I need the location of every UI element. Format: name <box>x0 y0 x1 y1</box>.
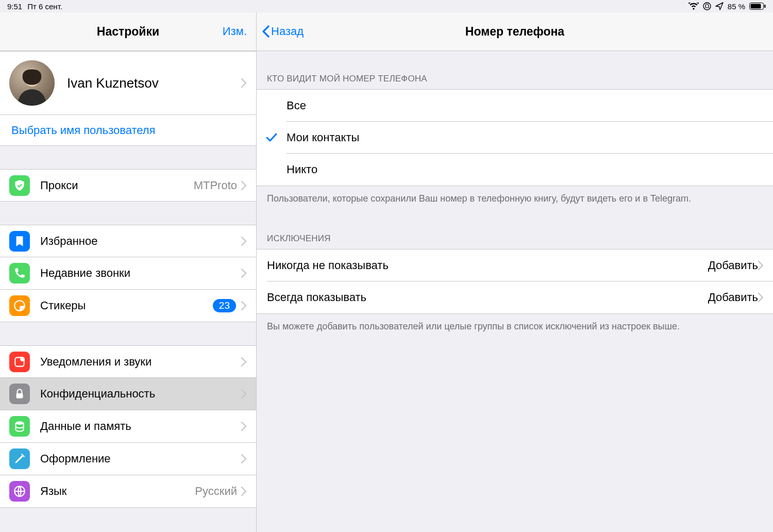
chevron-right-icon <box>241 454 247 463</box>
notifications-icon <box>9 352 30 372</box>
saved-label: Избранное <box>40 235 241 248</box>
chevron-right-icon <box>241 78 247 88</box>
privacy-row[interactable]: Конфиденциальность <box>0 378 256 410</box>
svg-rect-9 <box>16 393 23 398</box>
status-bar: 9:51 Пт 6 сент. 85 % <box>0 0 773 12</box>
chevron-right-icon <box>241 181 247 190</box>
stickers-badge: 23 <box>213 299 236 312</box>
data-label: Данные и память <box>40 420 241 433</box>
proxy-row[interactable]: Прокси MTProto <box>0 169 256 202</box>
chevron-right-icon <box>241 357 247 367</box>
who-sees-footer: Пользователи, которые сохранили Ваш номе… <box>257 186 773 205</box>
never-show-row[interactable]: Никогда не показывать Добавить <box>257 250 773 281</box>
option-everybody[interactable]: Все <box>257 90 773 122</box>
settings-navbar: Настройки Изм. <box>0 12 256 51</box>
lock-icon <box>9 384 30 404</box>
shield-icon <box>9 175 30 196</box>
always-show-row[interactable]: Всегда показывать Добавить <box>257 281 773 313</box>
recent-calls-row[interactable]: Недавние звонки <box>0 257 256 290</box>
battery-icon <box>749 3 766 10</box>
set-username-label: Выбрать имя пользователя <box>11 124 155 137</box>
chevron-right-icon <box>758 261 764 270</box>
privacy-label: Конфиденциальность <box>40 387 241 401</box>
notifications-label: Уведомления и звуки <box>40 355 241 369</box>
who-sees-header: КТО ВИДИТ МОЙ НОМЕР ТЕЛЕФОНА <box>257 74 773 89</box>
battery-percent: 85 % <box>728 2 745 11</box>
appearance-row[interactable]: Оформление <box>0 443 256 475</box>
chevron-right-icon <box>241 389 247 398</box>
wifi-icon <box>688 3 699 10</box>
settings-pane: Настройки Изм. Iva <box>0 12 257 532</box>
sticker-icon <box>9 295 30 316</box>
phone-icon <box>9 263 30 284</box>
svg-point-10 <box>15 421 23 425</box>
rotation-lock-icon <box>703 2 711 10</box>
chevron-right-icon <box>241 269 247 278</box>
status-date: Пт 6 сент. <box>27 2 62 11</box>
back-button[interactable]: Назад <box>262 25 304 38</box>
detail-pane: Назад Номер телефона КТО ВИДИТ МОЙ НОМЕР… <box>257 12 773 532</box>
option-contacts[interactable]: Мои контакты <box>257 122 773 154</box>
detail-title: Номер телефона <box>465 25 564 39</box>
chevron-right-icon <box>241 237 247 246</box>
option-nobody-label: Никто <box>287 163 764 176</box>
back-label: Назад <box>271 25 304 38</box>
calls-label: Недавние звонки <box>40 267 241 280</box>
globe-icon <box>9 481 30 502</box>
language-value: Русский <box>195 485 237 498</box>
option-everybody-label: Все <box>287 99 764 112</box>
checkmark-icon <box>257 133 287 142</box>
appearance-label: Оформление <box>40 452 241 466</box>
svg-rect-2 <box>751 4 761 9</box>
stickers-label: Стикеры <box>40 299 213 312</box>
appearance-icon <box>9 448 30 469</box>
stickers-row[interactable]: Стикеры 23 <box>0 290 256 322</box>
profile-name: Ivan Kuznetsov <box>67 75 241 91</box>
set-username-link[interactable]: Выбрать имя пользователя <box>0 115 256 146</box>
always-show-value: Добавить <box>708 291 758 304</box>
bookmark-icon <box>9 231 30 252</box>
status-time: 9:51 <box>7 2 22 11</box>
saved-messages-row[interactable]: Избранное <box>0 225 256 257</box>
chevron-right-icon <box>758 293 764 302</box>
chevron-right-icon <box>241 487 247 496</box>
notifications-row[interactable]: Уведомления и звуки <box>0 345 256 378</box>
option-nobody[interactable]: Никто <box>257 154 773 186</box>
language-label: Язык <box>40 485 195 498</box>
edit-button[interactable]: Изм. <box>223 25 247 38</box>
language-row[interactable]: Язык Русский <box>0 475 256 508</box>
settings-title: Настройки <box>97 25 159 39</box>
exceptions-footer: Вы можете добавить пользователей или цел… <box>257 314 773 332</box>
chevron-right-icon <box>241 301 247 310</box>
svg-point-8 <box>20 357 25 361</box>
never-show-label: Никогда не показывать <box>267 259 708 272</box>
profile-row[interactable]: Ivan Kuznetsov <box>0 51 256 115</box>
option-contacts-label: Мои контакты <box>287 131 764 144</box>
always-show-label: Всегда показывать <box>267 291 708 304</box>
data-storage-row[interactable]: Данные и память <box>0 410 256 443</box>
data-icon <box>9 416 30 437</box>
proxy-value: MTProto <box>194 179 237 192</box>
proxy-label: Прокси <box>40 179 194 192</box>
location-icon <box>715 2 724 10</box>
avatar <box>9 60 55 106</box>
detail-navbar: Назад Номер телефона <box>257 12 773 51</box>
chevron-right-icon <box>241 422 247 431</box>
exceptions-header: ИСКЛЮЧЕНИЯ <box>257 234 773 249</box>
svg-rect-3 <box>764 5 766 8</box>
never-show-value: Добавить <box>708 259 758 272</box>
